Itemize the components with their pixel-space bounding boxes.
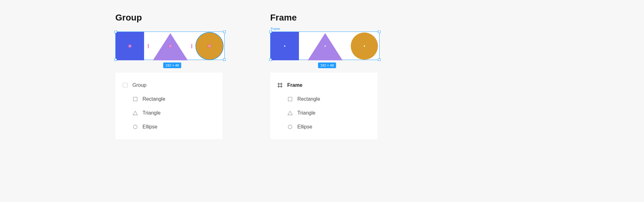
layer-row-triangle[interactable]: Triangle	[115, 106, 223, 120]
frame-icon	[277, 82, 283, 88]
layer-row-ellipse[interactable]: Ellipse	[270, 120, 378, 134]
triangle-icon	[287, 110, 293, 116]
svg-point-2	[133, 125, 137, 129]
layer-label: Triangle	[143, 110, 161, 116]
ellipse-icon	[132, 124, 138, 130]
layer-label: Rectangle	[143, 96, 165, 102]
svg-rect-0	[123, 83, 127, 87]
origin-marker-icon	[168, 44, 172, 48]
resize-handle-top-right[interactable]	[378, 31, 380, 33]
spacing-indicator-icon	[191, 44, 192, 48]
triangle-icon	[132, 110, 138, 116]
center-dot-icon	[284, 45, 285, 47]
dimensions-badge: 192 × 48	[163, 62, 181, 68]
group-layers-panel: Group Rectangle Triangle Ellipse	[115, 73, 223, 140]
center-dot-icon	[364, 45, 365, 47]
triangle-shape[interactable]	[308, 33, 343, 60]
layer-row-ellipse[interactable]: Ellipse	[115, 120, 223, 134]
resize-handle-bottom-left[interactable]	[114, 58, 117, 61]
layer-label: Ellipse	[297, 124, 312, 130]
group-canvas[interactable]: 192 × 48	[115, 32, 229, 73]
resize-handle-top-left[interactable]	[114, 31, 117, 33]
ellipse-shape[interactable]	[351, 33, 378, 60]
frame-heading: Frame	[270, 13, 384, 23]
group-section: Group 192 × 48 Grou	[115, 13, 229, 140]
layer-row-rectangle[interactable]: Rectangle	[115, 92, 223, 106]
layer-row-rectangle[interactable]: Rectangle	[270, 92, 378, 106]
svg-point-8	[288, 125, 292, 129]
frame-title-label[interactable]: Frame	[271, 27, 280, 31]
resize-handle-bottom-left[interactable]	[269, 58, 272, 61]
group-icon	[122, 82, 128, 88]
rectangle-icon	[132, 96, 138, 102]
layer-label: Rectangle	[297, 96, 320, 102]
rectangle-icon	[287, 96, 293, 102]
frame-selection-bounds[interactable]	[270, 32, 380, 60]
layer-label: Group	[132, 82, 146, 88]
center-dot-icon	[325, 45, 326, 47]
origin-marker-icon	[208, 44, 211, 48]
layer-row-triangle[interactable]: Triangle	[270, 106, 378, 120]
resize-handle-bottom-right[interactable]	[223, 58, 226, 61]
layer-label: Ellipse	[143, 124, 157, 130]
svg-rect-1	[133, 97, 137, 101]
layer-row-group[interactable]: Group	[115, 78, 223, 92]
rectangle-shape[interactable]	[116, 32, 144, 60]
frame-layers-panel: Frame Rectangle Triangle Ellipse	[270, 73, 378, 140]
layer-label: Triangle	[297, 110, 315, 116]
ellipse-icon	[287, 124, 293, 130]
dimensions-badge: 192 × 48	[318, 62, 336, 68]
svg-rect-7	[288, 97, 292, 101]
group-heading: Group	[115, 13, 229, 23]
rectangle-shape[interactable]	[270, 32, 299, 60]
origin-marker-icon	[128, 44, 132, 48]
frame-section: Frame Frame 192 × 48	[270, 13, 384, 140]
ellipse-shape[interactable]	[196, 33, 223, 60]
resize-handle-bottom-right[interactable]	[378, 58, 380, 61]
spacing-indicator-icon	[148, 44, 149, 48]
group-selection-bounds[interactable]	[115, 32, 225, 60]
layer-label: Frame	[287, 82, 302, 88]
frame-canvas[interactable]: Frame 192 × 48	[270, 32, 384, 73]
layer-row-frame[interactable]: Frame	[270, 78, 378, 92]
resize-handle-top-left[interactable]	[269, 31, 272, 33]
resize-handle-top-right[interactable]	[223, 31, 226, 33]
